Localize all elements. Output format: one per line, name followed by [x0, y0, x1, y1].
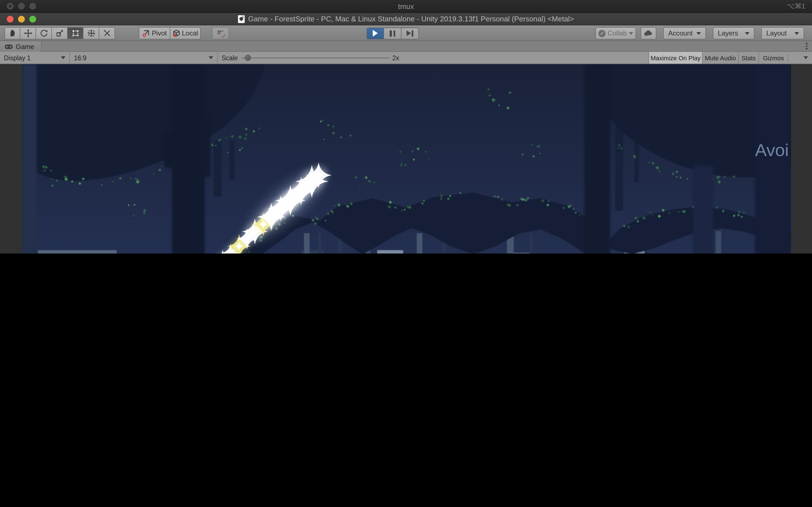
- custom-tool-button[interactable]: [99, 27, 115, 40]
- move-tool-icon: [23, 29, 33, 38]
- tmux-title: tmux: [0, 2, 812, 10]
- game-view-controls: Display 1 16:9 Scale 2x Maximize On Play…: [0, 52, 812, 64]
- layout-dropdown[interactable]: Layout: [761, 27, 804, 40]
- pivot-label: Pivot: [152, 29, 167, 37]
- play-button[interactable]: [366, 27, 384, 39]
- main-toolbar: Pivot Local ✓ Colla: [0, 25, 812, 41]
- aspect-label: 16:9: [74, 54, 87, 61]
- chevron-down-icon: [209, 56, 213, 59]
- rect-tool-button[interactable]: [68, 27, 84, 40]
- gamepad-icon: [4, 44, 13, 49]
- display-dropdown[interactable]: Display 1: [0, 52, 70, 64]
- chevron-down-icon: [745, 32, 749, 35]
- unity-window: tmux ⌥⌘1 Game - ForestSprite - PC, Mac &…: [0, 0, 812, 253]
- close-button[interactable]: [7, 15, 13, 22]
- stats-toggle[interactable]: Stats: [738, 52, 758, 64]
- move-tool-button[interactable]: [20, 27, 36, 40]
- scale-slider-thumb[interactable]: [245, 54, 251, 61]
- minimize-button[interactable]: [18, 3, 25, 10]
- step-button[interactable]: [402, 27, 419, 39]
- cloud-icon: [644, 30, 653, 37]
- transform-tool-button[interactable]: [84, 27, 99, 40]
- scale-tool-button[interactable]: [52, 27, 68, 40]
- mute-audio-label: Mute Audio: [705, 54, 736, 61]
- unity-doc-icon: [238, 15, 245, 23]
- layout-label: Layout: [766, 29, 786, 37]
- tmux-shortcut: ⌥⌘1: [787, 2, 805, 10]
- game-viewport[interactable]: Avoi: [22, 64, 791, 253]
- chevron-down-icon: [795, 32, 799, 35]
- tab-game-label: Game: [16, 43, 34, 50]
- account-label: Account: [668, 29, 693, 37]
- stats-label: Stats: [742, 54, 756, 61]
- maximize-on-play-label: Maximize On Play: [651, 54, 700, 61]
- custom-tool-icon: [102, 29, 111, 38]
- view-tab-bar: Game: [0, 41, 812, 52]
- scale-tool-icon: [55, 29, 64, 38]
- hand-tool-icon: [8, 29, 17, 38]
- minimize-button[interactable]: [18, 15, 25, 22]
- collab-button[interactable]: ✓ Collab: [596, 27, 636, 40]
- layers-dropdown[interactable]: Layers: [713, 27, 755, 40]
- scene-overlay-text: Avoi: [755, 140, 789, 160]
- unity-titlebar: Game - ForestSprite - PC, Mac & Linux St…: [0, 13, 812, 25]
- tab-game[interactable]: Game: [0, 41, 42, 52]
- layers-label: Layers: [718, 29, 738, 37]
- scale-label: Scale: [221, 54, 238, 61]
- collab-check-icon: ✓: [599, 30, 606, 37]
- scale-slider[interactable]: [241, 57, 389, 58]
- transform-tool-icon: [87, 29, 96, 38]
- local-toggle-button[interactable]: Local: [170, 27, 201, 40]
- aspect-dropdown[interactable]: 16:9: [70, 52, 218, 64]
- play-icon: [373, 30, 378, 37]
- chevron-down-icon: [696, 32, 701, 35]
- pivot-icon: [142, 29, 150, 37]
- rotate-tool-button[interactable]: [36, 27, 52, 40]
- cloud-button[interactable]: [641, 27, 656, 40]
- mute-audio-toggle[interactable]: Mute Audio: [702, 52, 738, 64]
- pause-icon: [390, 30, 395, 36]
- gizmos-dropdown[interactable]: Gizmos: [758, 52, 812, 64]
- grid-snap-icon: [216, 29, 225, 38]
- zoom-button[interactable]: [29, 15, 36, 22]
- rotate-tool-icon: [39, 29, 48, 38]
- scale-control: Scale 2x: [218, 52, 427, 64]
- zoom-button[interactable]: [29, 3, 36, 10]
- gizmos-label: Gizmos: [763, 54, 784, 61]
- chevron-down-icon: [804, 56, 808, 59]
- display-label: Display 1: [4, 54, 31, 61]
- forest-scene: Avoi: [22, 64, 791, 253]
- chevron-down-icon: [61, 56, 65, 59]
- step-icon: [407, 30, 413, 36]
- close-button[interactable]: [7, 3, 13, 10]
- account-dropdown[interactable]: Account: [663, 27, 706, 40]
- chevron-down-icon: [628, 32, 633, 35]
- collab-label: Collab: [608, 29, 627, 37]
- grid-snap-button[interactable]: [212, 27, 229, 40]
- game-area: Avoi: [0, 64, 812, 253]
- local-icon: [172, 29, 180, 37]
- pause-button[interactable]: [384, 27, 402, 39]
- maximize-on-play-toggle[interactable]: Maximize On Play: [649, 52, 702, 64]
- rect-tool-icon: [71, 29, 80, 38]
- local-label: Local: [182, 29, 198, 37]
- pivot-toggle-button[interactable]: Pivot: [139, 27, 170, 40]
- tmux-titlebar: tmux ⌥⌘1: [0, 0, 812, 13]
- scale-value: 2x: [393, 54, 399, 61]
- hand-tool-button[interactable]: [4, 27, 20, 40]
- kebab-menu-icon[interactable]: [806, 43, 808, 50]
- window-title: Game - ForestSprite - PC, Mac & Linux St…: [248, 15, 574, 23]
